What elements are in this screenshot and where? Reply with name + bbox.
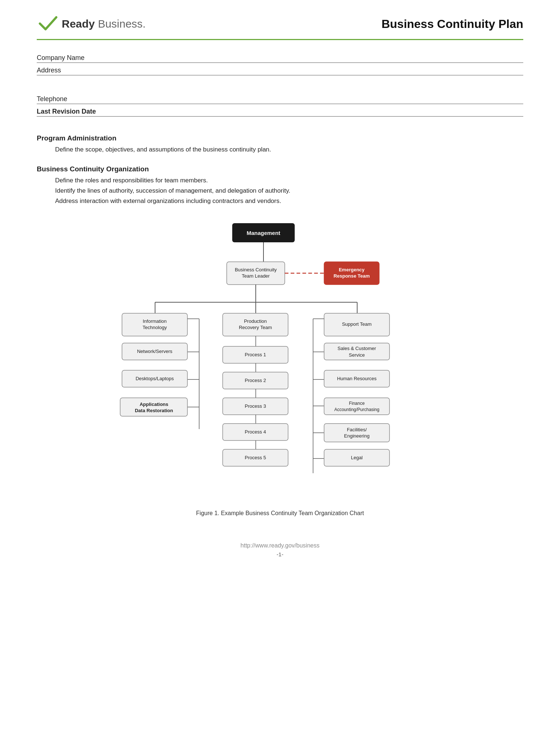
section-title-program: Program Administration bbox=[37, 134, 523, 142]
page-header: Ready Business. Business Continuity Plan bbox=[37, 15, 523, 40]
bco-line-2: Address interaction with external organi… bbox=[55, 196, 523, 206]
telephone-label: Telephone bbox=[37, 93, 523, 104]
legal-text: Legal bbox=[351, 455, 363, 460]
bct-leader-text-1: Business Continuity bbox=[235, 267, 277, 272]
footer-page: -1- bbox=[37, 551, 523, 557]
facilities-text-1: Facilities/ bbox=[347, 427, 367, 432]
prt-text-1: Production bbox=[244, 318, 267, 324]
apps-data-text-1: Applications bbox=[140, 402, 168, 407]
last-revision-field: Last Revision Date bbox=[37, 106, 523, 117]
sales-cs-text-1: Sales & Customer bbox=[338, 346, 376, 351]
section-bco: Business Continuity Organization Define … bbox=[37, 165, 523, 206]
spacer-1 bbox=[37, 83, 523, 93]
org-chart-svg: Management Business Continuity Team Lead… bbox=[96, 220, 464, 506]
it-text-2: Technology bbox=[143, 325, 167, 330]
page-footer: http://www.ready.gov/business -1- bbox=[37, 539, 523, 557]
hr-text: Human Resources bbox=[337, 376, 377, 381]
svg-rect-18 bbox=[120, 398, 187, 416]
logo-area: Ready Business. bbox=[37, 15, 146, 33]
process3-text: Process 3 bbox=[245, 403, 266, 409]
facilities-text-2: Engineering bbox=[344, 433, 369, 439]
process1-text: Process 1 bbox=[245, 352, 266, 357]
svg-rect-38 bbox=[324, 398, 390, 415]
last-revision-label: Last Revision Date bbox=[37, 106, 523, 117]
ert-text-2: Response Team bbox=[334, 273, 370, 279]
org-chart-container: Management Business Continuity Team Lead… bbox=[37, 220, 523, 528]
chart-caption: Figure 1. Example Business Continuity Te… bbox=[196, 510, 364, 517]
bco-line-0: Define the roles and responsibilities fo… bbox=[55, 175, 523, 186]
section-body-bco: Define the roles and responsibilities fo… bbox=[37, 175, 523, 206]
desktops-text: Desktops/Laptops bbox=[136, 376, 174, 381]
section-line-0: Define the scope, objectives, and assump… bbox=[55, 144, 523, 155]
page: Ready Business. Business Continuity Plan… bbox=[0, 0, 560, 735]
section-title-bco: Business Continuity Organization bbox=[37, 165, 523, 173]
process4-text: Process 4 bbox=[245, 429, 266, 435]
form-section-2: Telephone Last Revision Date bbox=[37, 93, 523, 117]
telephone-field: Telephone bbox=[37, 93, 523, 104]
finance-text-2: Accounting/Purchasing bbox=[334, 407, 380, 412]
company-name-field: Company Name bbox=[37, 52, 523, 63]
ready-business-logo-icon bbox=[37, 15, 59, 33]
process5-text: Process 5 bbox=[245, 455, 266, 460]
finance-text-1: Finance bbox=[349, 401, 365, 406]
bct-leader-text-2: Team Leader bbox=[242, 273, 270, 279]
company-name-label: Company Name bbox=[37, 52, 523, 63]
section-body-program: Define the scope, objectives, and assump… bbox=[37, 144, 523, 155]
bco-line-1: Identify the lines of authority, success… bbox=[55, 186, 523, 196]
address-label: Address bbox=[37, 64, 523, 75]
it-text-1: Information bbox=[143, 318, 166, 324]
support-team-text: Support Team bbox=[342, 321, 372, 327]
page-title: Business Continuity Plan bbox=[381, 17, 523, 31]
ert-text-1: Emergency bbox=[339, 267, 365, 272]
logo-text: Ready Business. bbox=[62, 18, 146, 30]
spacer-2 bbox=[37, 124, 523, 134]
network-text: Network/Servers bbox=[137, 349, 173, 354]
svg-rect-40 bbox=[324, 424, 390, 442]
form-section: Company Name Address bbox=[37, 52, 523, 75]
footer-url: http://www.ready.gov/business bbox=[37, 542, 523, 549]
process2-text: Process 2 bbox=[245, 378, 266, 383]
mgmt-node-text: Management bbox=[247, 230, 280, 236]
prt-text-2: Recovery Team bbox=[239, 325, 272, 330]
sales-cs-text-2: Service bbox=[349, 352, 365, 358]
apps-data-text-2: Data Restoration bbox=[135, 408, 173, 413]
address-field: Address bbox=[37, 64, 523, 75]
section-program-administration: Program Administration Define the scope,… bbox=[37, 134, 523, 155]
